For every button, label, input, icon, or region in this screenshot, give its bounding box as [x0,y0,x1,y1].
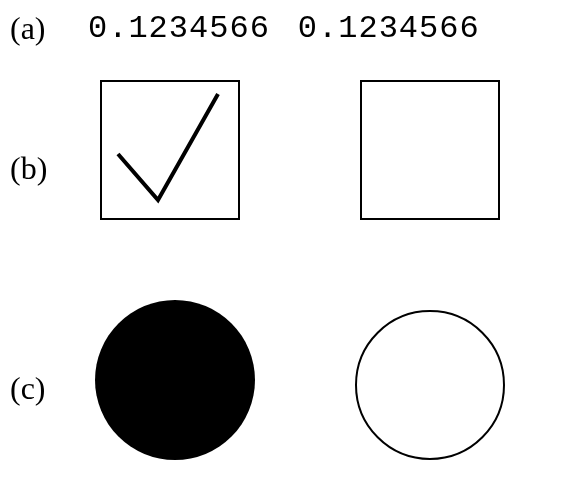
check-icon [110,82,230,222]
checkbox-checked[interactable] [100,80,240,220]
row-b-label: (b) [10,150,80,187]
row-c: (c) [10,370,80,407]
radio-empty[interactable] [355,310,505,460]
row-a: (a) 0.1234566 0.1234566 [10,10,480,47]
row-b: (b) [10,150,80,187]
row-a-label: (a) [10,10,80,47]
row-a-value-2: 0.1234566 [298,10,480,47]
row-a-value-1: 0.1234566 [88,10,270,47]
radio-filled[interactable] [95,300,255,460]
row-c-label: (c) [10,370,80,407]
checkbox-unchecked[interactable] [360,80,500,220]
